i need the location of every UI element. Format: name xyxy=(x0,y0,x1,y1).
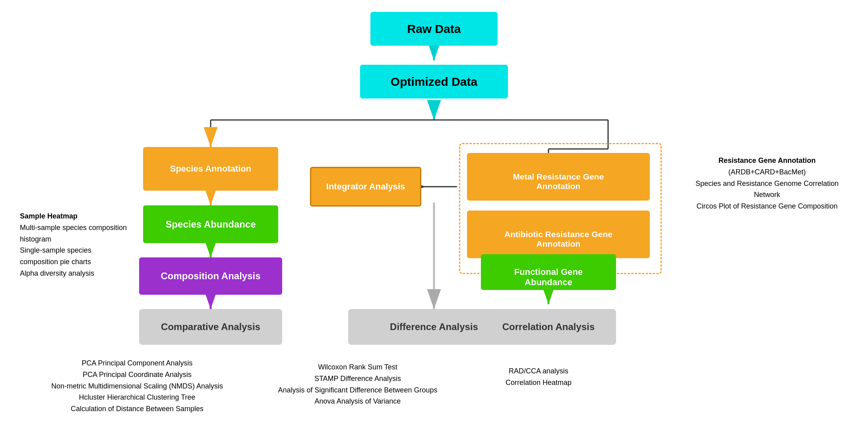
comparative-analysis-node: Comparative Analysis xyxy=(139,309,282,345)
ra-4: Network xyxy=(680,189,854,201)
bc-1: Wilcoxon Rank Sum Test xyxy=(262,361,453,373)
ra-5: Circos Plot of Resistance Gene Compositi… xyxy=(680,201,854,212)
antibiotic-resistance-node: Antibiotic Resistance GeneAnnotation xyxy=(467,211,650,258)
bc-4: Anova Analysis of Variance xyxy=(262,396,453,407)
bottom-right-annotation: RAD/CCA analysis Correlation Heatmap xyxy=(473,365,604,388)
correlation-analysis-node: Correlation Analysis xyxy=(481,309,616,345)
bottom-left-annotation: PCA Principal Component Analysis PCA Pri… xyxy=(40,358,234,415)
metal-resistance-node: Metal Resistance GeneAnnotation xyxy=(467,153,650,201)
right-annotation: Resistance Gene Annotation (ARDB+CARD+Ba… xyxy=(680,155,854,212)
br-1: RAD/CCA analysis xyxy=(473,365,604,377)
bl-5: Calculation of Distance Between Samples xyxy=(40,403,234,415)
ra-3: Species and Resistance Genome Correlatio… xyxy=(680,178,854,189)
bl-3: Non-metric Multidimensional Scaling (NMD… xyxy=(40,381,234,392)
functional-gene-node: Functional GeneAbundance xyxy=(481,254,616,290)
bl-2: PCA Principal Coordinate Analysis xyxy=(40,369,234,381)
bottom-center-annotation: Wilcoxon Rank Sum Test STAMP Difference … xyxy=(262,361,453,407)
annotation-line-2: Multi-sample species composition histogr… xyxy=(20,222,131,245)
optimized-data-node: Optimized Data xyxy=(360,65,508,99)
bc-2: STAMP Difference Analysis xyxy=(262,373,453,385)
bl-1: PCA Principal Component Analysis xyxy=(40,358,234,369)
raw-data-node: Raw Data xyxy=(370,12,498,46)
annotation-line-4: Alpha diversity analysis xyxy=(20,268,131,279)
bc-3: Analysis of Significant Difference Betwe… xyxy=(262,385,453,396)
br-2: Correlation Heatmap xyxy=(473,377,604,388)
annotation-line-3: Single-sample species composition pie ch… xyxy=(20,245,131,268)
species-abundance-node: Species Abundance xyxy=(143,205,278,243)
left-annotation: Sample Heatmap Multi-sample species comp… xyxy=(20,211,131,279)
integrator-analysis-node: Integrator Analysis xyxy=(310,167,421,207)
ra-1: Resistance Gene Annotation xyxy=(680,155,854,166)
annotation-line-1: Sample Heatmap xyxy=(20,211,131,222)
composition-analysis-node: Composition Analysis xyxy=(139,257,282,295)
bl-4: Hcluster Hierarchical Clustering Tree xyxy=(40,392,234,403)
ra-2: (ARDB+CARD+BacMet) xyxy=(680,166,854,178)
species-annotation-node: Species Annotation xyxy=(143,147,278,191)
